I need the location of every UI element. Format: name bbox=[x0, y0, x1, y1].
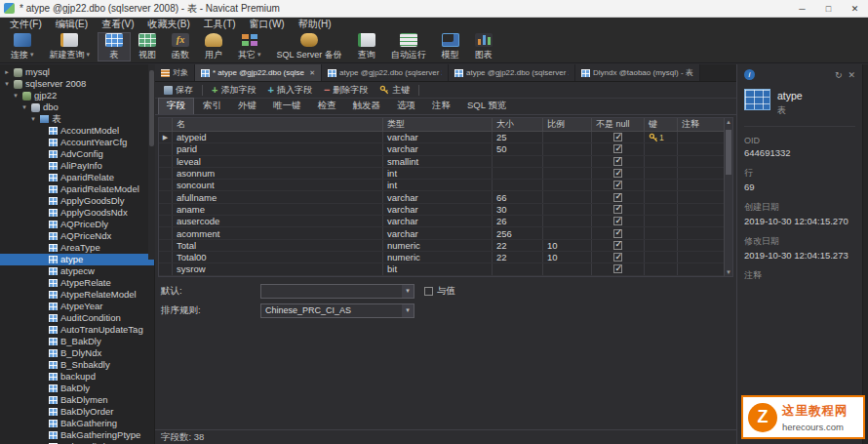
toolbar-button-查询[interactable]: 查询 bbox=[350, 32, 383, 61]
chevron-down-icon[interactable]: ▾ bbox=[402, 285, 414, 298]
designer-tab-字段[interactable]: 字段 bbox=[158, 98, 194, 114]
sidebar-item-accountyearcfg[interactable]: AccountYearCfg bbox=[0, 137, 154, 148]
sidebar-item-gjp22[interactable]: ▾gjp22 bbox=[0, 90, 154, 101]
not-null-checkbox[interactable] bbox=[613, 217, 622, 225]
designer-tab-唯一键[interactable]: 唯一键 bbox=[265, 99, 309, 114]
field-row-total00[interactable]: Total00numeric2210 bbox=[159, 252, 732, 263]
sidebar-item-b-dlyndx[interactable]: B_DlyNdx bbox=[0, 347, 154, 359]
not-null-checkbox[interactable] bbox=[613, 193, 622, 202]
not-null-checkbox[interactable] bbox=[613, 264, 622, 273]
sidebar-item-aqpricedly[interactable]: AQPriceDly bbox=[0, 219, 154, 230]
minimize-button[interactable]: ─ bbox=[789, 0, 815, 17]
toolbar-button-新建查询[interactable]: 新建查询▾ bbox=[42, 32, 99, 61]
sidebar-scrollbar[interactable] bbox=[148, 64, 155, 260]
sidebar-item-b-snbakdly[interactable]: B_Snbakdly bbox=[0, 359, 154, 371]
toolbar-button-自动运行[interactable]: 自动运行 bbox=[383, 32, 434, 61]
sidebar-item-bakgathering[interactable]: BakGathering bbox=[0, 418, 154, 429]
toolbar-button-连接[interactable]: 连接▾ bbox=[3, 32, 42, 61]
field-row-leveal[interactable]: levealsmallint bbox=[159, 156, 732, 168]
not-null-checkbox[interactable] bbox=[613, 205, 622, 214]
designer-tab-注释[interactable]: 注释 bbox=[424, 99, 458, 114]
field-row-aname[interactable]: anamevarchar30 bbox=[159, 204, 732, 216]
sidebar-item-atypecw[interactable]: atypecw bbox=[0, 265, 154, 277]
info-icon[interactable]: i bbox=[744, 69, 755, 80]
field-row-sysrow[interactable]: sysrowbit bbox=[159, 263, 732, 275]
column-header-类型[interactable]: 类型 bbox=[383, 118, 493, 131]
designer-tab-选项[interactable]: 选项 bbox=[389, 99, 423, 114]
field-row-atypeid[interactable]: ▶atypeidvarchar251 bbox=[159, 132, 732, 143]
sidebar-item-sqlserver-2008[interactable]: ▾sqlserver 2008 bbox=[0, 78, 154, 90]
menu-item-文件-f[interactable]: 文件(F) bbox=[3, 18, 49, 31]
field-row-afullname[interactable]: afullnamevarchar66 bbox=[159, 191, 732, 203]
column-header-大小[interactable]: 大小 bbox=[493, 118, 543, 131]
maximize-button[interactable]: □ bbox=[815, 0, 842, 17]
column-header-名[interactable]: 名 bbox=[173, 118, 383, 131]
sidebar-item-backupd[interactable]: backupd bbox=[0, 371, 154, 383]
sidebar-item-aparidrelatemodel[interactable]: AparidRelateModel bbox=[0, 183, 154, 195]
menu-item-编辑-e[interactable]: 编辑(E) bbox=[49, 18, 95, 31]
expander-icon[interactable]: ▾ bbox=[3, 78, 11, 90]
menu-item-帮助-h[interactable]: 帮助(H) bbox=[292, 18, 338, 31]
action-主键[interactable]: 主键 bbox=[375, 83, 414, 98]
column-header-键[interactable]: 键 bbox=[645, 118, 678, 131]
refresh-icon[interactable]: ↻ bbox=[835, 70, 843, 80]
sidebar-item-applygoodsndx[interactable]: ApplyGoodsNdx bbox=[0, 207, 154, 219]
sidebar-item-b-bakdly[interactable]: B_BakDly bbox=[0, 336, 154, 347]
tab-atype-gjp22-dbo-sqlserver-200[interactable]: atype @gjp22.dbo (sqlserver 200... bbox=[322, 64, 449, 81]
tab-dlyndx-taobao-mysql-表[interactable]: Dlyndx @taobao (mysql) - 表 bbox=[575, 64, 700, 81]
scroll-up-icon[interactable]: ▲ bbox=[725, 119, 732, 125]
sidebar-item-autotranupdatetag[interactable]: AutoTranUpdateTag bbox=[0, 324, 154, 336]
sidebar-item-atyperelate[interactable]: AtypeRelate bbox=[0, 277, 154, 289]
expander-icon[interactable]: ▾ bbox=[29, 113, 37, 125]
toolbar-button-其它[interactable]: 其它▾ bbox=[230, 32, 269, 61]
field-row-parid[interactable]: paridvarchar50 bbox=[159, 143, 732, 155]
sidebar-item-bakgatheringptype[interactable]: BakGatheringPtype bbox=[0, 429, 154, 441]
menu-item-工具-t[interactable]: 工具(T) bbox=[197, 18, 243, 31]
menu-item-查看-v[interactable]: 查看(V) bbox=[95, 18, 140, 31]
toolbar-button-sql-server-备份[interactable]: SQL Server 备份 bbox=[269, 32, 350, 61]
collation-select[interactable]: Chinese_PRC_CI_AS ▾ bbox=[260, 303, 414, 318]
not-null-checkbox[interactable] bbox=[613, 144, 622, 153]
tab-atype-gjp22-dbo-sqlserver-2008[interactable]: atype @gjp22.dbo (sqlserver 2008... bbox=[449, 64, 575, 81]
toolbar-button-模型[interactable]: 模型 bbox=[434, 32, 467, 61]
field-row-total[interactable]: Totalnumeric2210 bbox=[159, 240, 732, 252]
sidebar-item-atyperelatemodel[interactable]: AtypeRelateModel bbox=[0, 289, 154, 301]
with-values-checkbox[interactable] bbox=[424, 287, 433, 296]
sidebar-item-bakdly[interactable]: BakDly bbox=[0, 383, 154, 394]
action-插入字段[interactable]: +插入字段 bbox=[262, 83, 316, 98]
field-row-soncount[interactable]: soncountint bbox=[159, 180, 732, 191]
not-null-checkbox[interactable] bbox=[613, 241, 622, 250]
close-button[interactable]: ✕ bbox=[842, 0, 868, 17]
toolbar-button-表[interactable]: 表 bbox=[98, 32, 131, 61]
scroll-down-icon[interactable]: ▼ bbox=[725, 269, 732, 275]
action-添加字段[interactable]: +添加字段 bbox=[207, 83, 260, 98]
toolbar-button-图表[interactable]: 图表 bbox=[467, 32, 500, 61]
designer-tab-检查[interactable]: 检查 bbox=[310, 99, 344, 114]
sidebar-item-atype[interactable]: atype bbox=[0, 254, 154, 265]
action-删除字段[interactable]: −删除字段 bbox=[319, 83, 373, 98]
sidebar-item-areatype[interactable]: AreaType bbox=[0, 242, 154, 254]
field-row-ausercode[interactable]: ausercodevarchar26 bbox=[159, 216, 732, 227]
chevron-down-icon[interactable]: ▾ bbox=[402, 304, 414, 317]
toolbar-button-用户[interactable]: 用户 bbox=[197, 32, 230, 61]
not-null-checkbox[interactable] bbox=[613, 133, 622, 141]
sidebar-item-aqpricendx[interactable]: AQPriceNdx bbox=[0, 230, 154, 242]
designer-tab-外键[interactable]: 外键 bbox=[230, 99, 264, 114]
field-row-asonnum[interactable]: asonnumint bbox=[159, 168, 732, 180]
tab-atype-gjp22-dbo-sqlserver-200[interactable]: * atype @gjp22.dbo (sqlserver 200...✕ bbox=[195, 64, 322, 81]
scrollbar-thumb[interactable] bbox=[149, 70, 154, 146]
sidebar-item-mysql[interactable]: ▸mysql bbox=[0, 66, 154, 78]
default-select[interactable]: ▾ bbox=[260, 284, 414, 299]
toolbar-button-函数[interactable]: 函数 bbox=[164, 32, 197, 61]
sidebar-item-aparidrelate[interactable]: AparidRelate bbox=[0, 172, 154, 183]
designer-tab-索引[interactable]: 索引 bbox=[195, 99, 229, 114]
tab-对象[interactable]: 对象 bbox=[155, 64, 195, 81]
expander-icon[interactable]: ▾ bbox=[20, 101, 28, 113]
sidebar-item-bakdlymen[interactable]: BakDlymen bbox=[0, 394, 154, 406]
designer-tab-触发器[interactable]: 触发器 bbox=[345, 99, 389, 114]
expander-icon[interactable]: ▾ bbox=[12, 90, 20, 101]
not-null-checkbox[interactable] bbox=[613, 229, 622, 238]
field-row-acomment[interactable]: acommentvarchar256 bbox=[159, 227, 732, 239]
sidebar-item-auditcondition[interactable]: AuditCondition bbox=[0, 312, 154, 324]
sidebar-item-bakdlyorder[interactable]: BakDlyOrder bbox=[0, 406, 154, 418]
